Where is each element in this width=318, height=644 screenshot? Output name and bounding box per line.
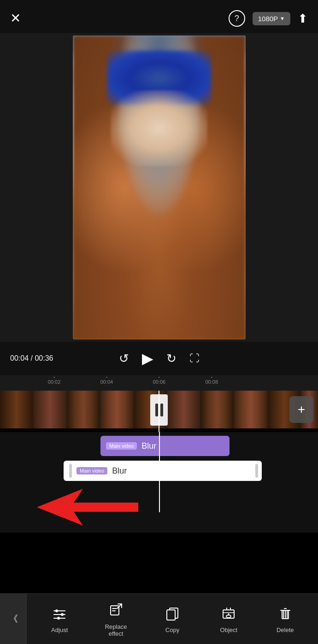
thumb-8 bbox=[234, 391, 268, 428]
forward-button[interactable]: ↻ bbox=[166, 351, 177, 366]
effect-name-2: Blur bbox=[112, 466, 127, 476]
face-element bbox=[111, 90, 207, 166]
top-bar-right: ? 1080P ▼ ⬆ bbox=[229, 10, 308, 27]
toolbar-item-delete[interactable]: Delete bbox=[269, 604, 301, 633]
adjust-icon bbox=[50, 604, 69, 623]
add-clip-button[interactable]: + bbox=[289, 396, 313, 423]
toolbar-item-adjust[interactable]: Adjust bbox=[43, 604, 76, 633]
play-button[interactable]: ▶ bbox=[142, 350, 153, 367]
ruler-mark-4s: 00:04 bbox=[100, 375, 113, 385]
bottom-toolbar: 《 Adjust bbox=[0, 593, 318, 644]
red-arrow bbox=[37, 486, 138, 528]
delete-icon bbox=[276, 604, 294, 623]
collapse-button[interactable]: 《 bbox=[0, 594, 27, 644]
help-button[interactable]: ? bbox=[229, 10, 245, 27]
mid-spacer bbox=[0, 482, 318, 533]
video-frame bbox=[73, 35, 246, 340]
export-button[interactable]: ⬆ bbox=[298, 12, 308, 26]
fullscreen-button[interactable]: ⛶ bbox=[189, 352, 200, 364]
adjust-label: Adjust bbox=[51, 626, 68, 633]
svg-point-13 bbox=[226, 615, 231, 618]
replace-effect-icon bbox=[107, 601, 125, 620]
toolbar-item-replace-effect[interactable]: Replaceeffect bbox=[100, 601, 132, 637]
effect-bar-blur-1[interactable]: Main video Blur bbox=[100, 436, 230, 456]
video-preview bbox=[0, 33, 318, 342]
thumb-3 bbox=[67, 391, 100, 428]
svg-point-6 bbox=[57, 617, 60, 620]
copy-label: Copy bbox=[165, 626, 179, 633]
close-button[interactable]: ✕ bbox=[10, 12, 21, 25]
playhead-effect-area bbox=[159, 432, 160, 482]
pause-bar-right bbox=[160, 404, 163, 416]
effect-name-1: Blur bbox=[141, 441, 156, 451]
ruler-mark-2s: 00:02 bbox=[48, 375, 61, 385]
right-drag-handle[interactable] bbox=[255, 464, 258, 478]
svg-rect-11 bbox=[167, 610, 175, 620]
svg-rect-7 bbox=[111, 606, 119, 615]
svg-point-4 bbox=[61, 613, 64, 616]
left-drag-handle[interactable] bbox=[69, 464, 72, 478]
toolbar-item-object[interactable]: Object bbox=[212, 604, 245, 633]
resolution-button[interactable]: 1080P ▼ bbox=[253, 12, 290, 25]
pause-bar-left bbox=[155, 404, 158, 416]
effect-bar-blur-2[interactable]: Main video Blur bbox=[64, 461, 262, 481]
thumb-7 bbox=[200, 391, 234, 428]
playhead-bottom bbox=[159, 482, 160, 512]
svg-marker-0 bbox=[37, 489, 138, 526]
svg-point-2 bbox=[55, 609, 58, 612]
thumb-2 bbox=[34, 391, 67, 428]
effect-tag-2: Main video bbox=[77, 467, 107, 474]
ruler-mark-8s: 00:08 bbox=[206, 375, 218, 385]
object-icon bbox=[219, 604, 238, 623]
rewind-button[interactable]: ↺ bbox=[119, 351, 129, 366]
ruler-container: 00:02 00:04 00:06 00:08 bbox=[5, 375, 313, 391]
copy-icon bbox=[163, 604, 182, 623]
media-controls: ↺ ▶ ↻ ⛶ bbox=[119, 350, 200, 367]
delete-label: Delete bbox=[277, 626, 294, 633]
playback-controls: 00:04 / 00:36 ↺ ▶ ↻ ⛶ bbox=[0, 342, 318, 375]
ruler-mark-6s: 00:06 bbox=[153, 375, 166, 385]
thumb-4 bbox=[100, 391, 134, 428]
playhead bbox=[159, 391, 159, 432]
effect-tag-1: Main video bbox=[106, 442, 137, 450]
toolbar-items: Adjust Replaceeffect bbox=[27, 601, 318, 637]
timeline-ruler: 00:02 00:04 00:06 00:08 bbox=[0, 375, 318, 391]
thumb-6 bbox=[167, 391, 201, 428]
effect-tracks: Main video Blur Main video Blur bbox=[0, 432, 318, 482]
object-label: Object bbox=[220, 626, 238, 633]
thumb-1 bbox=[0, 391, 34, 428]
timeline-track-container: + bbox=[0, 391, 318, 432]
replace-effect-label: Replaceeffect bbox=[105, 623, 127, 637]
toolbar-item-copy[interactable]: Copy bbox=[156, 604, 188, 633]
top-bar: ✕ ? 1080P ▼ ⬆ bbox=[0, 0, 318, 33]
